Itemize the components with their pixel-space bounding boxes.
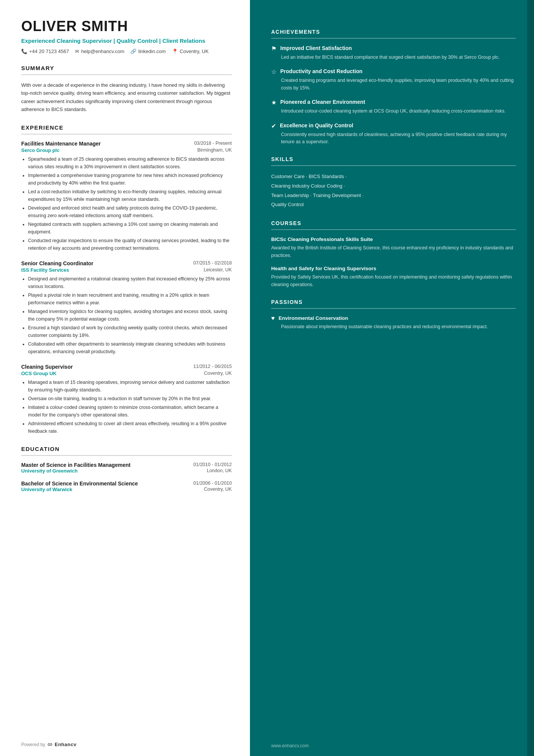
summary-title: SUMMARY [21,65,232,71]
edu-1-location: London, UK [207,468,232,474]
job-3-date: 11/2012 - 06/2015 [194,364,232,369]
phone-number: +44 20 7123 4567 [29,49,69,54]
bullet: Managed a team of 15 cleaning operatives… [28,379,232,394]
bullet: Collaborated with other departments to s… [28,340,232,355]
edu-1-uni: University of Greenwich [21,468,78,474]
email-icon: ✉ [75,49,79,54]
course-1: BICSc Cleaning Professionals Skills Suit… [271,236,516,259]
job-3-bullets: Managed a team of 15 cleaning operatives… [21,379,232,435]
link-icon: 🔗 [130,49,136,54]
job-1: Facilities Maintenance Manager 03/2018 -… [21,141,232,252]
job-1-title: Facilities Maintenance Manager [21,141,101,147]
experience-section: EXPERIENCE Facilities Maintenance Manage… [21,124,232,435]
job-3-company: OCS Group UK [21,371,56,376]
achievement-1-desc: Led an initiative for BICS standard comp… [271,54,516,61]
achievement-2: ☆ Productivity and Cost Reduction Create… [271,68,516,92]
achievement-3: ★ Pioneered a Cleaner Environment Introd… [271,99,516,115]
course-1-title: BICSc Cleaning Professionals Skills Suit… [271,236,516,243]
job-1-date: 03/2018 - Present [194,141,232,146]
job-2-date: 07/2015 - 02/2018 [194,260,232,266]
course-2-desc: Provided by Safety Services UK, this cer… [271,274,516,288]
edu-2-degree: Bachelor of Science in Environmental Sci… [21,481,138,487]
phone-icon: 📞 [21,49,27,54]
email-address: help@enhancv.com [81,49,124,54]
job-2-company: ISS Facility Services [21,267,69,273]
achievement-2-desc: Created training programs and leveraged … [271,77,516,92]
location-icon: 📍 [172,49,178,54]
job-3: Cleaning Supervisor 11/2012 - 06/2015 OC… [21,364,232,435]
bullet: Developed and enforced strict health and… [28,204,232,219]
skills-divider [271,165,516,166]
education-section: EDUCATION Master of Science in Facilitie… [21,446,232,492]
edu-1-degree: Master of Science in Facilities Manageme… [21,462,131,468]
website-url: www.enhancv.com [271,743,309,748]
passion-1-title: Environmental Conservation [279,315,348,321]
achievements-section: ACHIEVEMENTS ⚑ Improved Client Satisfact… [271,29,516,146]
skills-line-1: Customer Care · BICS Standards · [271,174,347,179]
brand-name: Enhancv [55,742,77,747]
bullet: Oversaw on-site training, leading to a r… [28,395,232,402]
job-3-location: Coventry, UK [204,371,232,376]
contact-phone: 📞 +44 20 7123 4567 [21,49,69,54]
experience-title: EXPERIENCE [21,124,232,131]
achievement-3-title: Pioneered a Cleaner Environment [280,99,365,106]
star-filled-icon: ★ [271,99,276,106]
checkmark-icon: ✔ [271,122,276,130]
summary-text: With over a decade of experience in the … [21,81,232,114]
flag-icon: ⚑ [271,45,276,52]
courses-section: COURSES BICSc Cleaning Professionals Ski… [271,220,516,288]
header: OLIVER SMITH Experienced Cleaning Superv… [21,18,232,54]
contact-info: 📞 +44 20 7123 4567 ✉ help@enhancv.com 🔗 … [21,49,232,54]
skills-title: SKILLS [271,156,516,162]
courses-title: COURSES [271,220,516,226]
course-1-desc: Awarded by the British Institute of Clea… [271,244,516,259]
bullet: Conducted regular inspections to ensure … [28,237,232,252]
bullet: Designed and implemented a rotational cl… [28,275,232,290]
bullet: Implemented a comprehensive training pro… [28,172,232,187]
passions-section: PASSIONS ♥ Environmental Conservation Pa… [271,299,516,330]
skills-line-3: Team Leadership · Training Development · [271,193,364,198]
bullet: Managed inventory logistics for cleaning… [28,308,232,323]
location-text: Coventry, UK [180,49,209,54]
education-divider [21,455,232,456]
education-title: EDUCATION [21,446,232,452]
passions-title: PASSIONS [271,299,516,305]
edu-1-date: 01/2010 - 01/2012 [194,462,232,468]
passion-1: ♥ Environmental Conservation Passionate … [271,315,516,330]
bullet: Initiated a colour-coded cleaning system… [28,404,232,419]
footer: Powered by ∞ Enhancv [21,740,77,748]
achievement-4-desc: Consistently ensured high standards of c… [271,131,516,146]
contact-linkedin: 🔗 linkedin.com [130,49,166,54]
bullet: Negotiated contracts with suppliers achi… [28,221,232,236]
achievement-1: ⚑ Improved Client Satisfaction Led an in… [271,45,516,61]
job-1-location: Birmingham, UK [197,147,232,153]
star-outline-icon: ☆ [271,68,276,75]
job-2-location: Leicester, UK [204,267,232,273]
skills-section: SKILLS Customer Care · BICS Standards · … [271,156,516,210]
course-2: Health and Safety for Cleaning Superviso… [271,265,516,288]
courses-divider [271,229,516,230]
edu-2: Bachelor of Science in Environmental Sci… [21,481,232,492]
bullet: Played a pivotal role in team recruitmen… [28,291,232,307]
achievement-4: ✔ Excellence in Quality Control Consiste… [271,122,516,146]
achievement-4-title: Excellence in Quality Control [280,122,353,129]
job-1-bullets: Spearheaded a team of 25 cleaning operat… [21,155,232,252]
contact-email: ✉ help@enhancv.com [75,49,124,54]
job-1-company: Serco Group plc [21,147,59,153]
edu-2-date: 01/2006 - 01/2010 [194,481,232,487]
candidate-subtitle: Experienced Cleaning Supervisor | Qualit… [21,37,232,45]
skills-line-4: Quality Control [271,202,304,207]
bullet: Led a cost-reduction initiative by switc… [28,188,232,203]
achievement-1-title: Improved Client Satisfaction [280,45,352,52]
linkedin-url: linkedin.com [138,49,166,54]
bullet: Administered efficient scheduling to cov… [28,420,232,435]
achievement-2-title: Productivity and Cost Reduction [280,68,362,75]
job-3-title: Cleaning Supervisor [21,364,73,370]
right-footer: www.enhancv.com [271,743,309,748]
achievement-3-desc: Introduced colour-coded cleaning system … [271,108,516,115]
contact-location: 📍 Coventry, UK [172,49,209,54]
edu-1: Master of Science in Facilities Manageme… [21,462,232,474]
skills-line-2: Cleaning Industry Colour Coding · [271,183,345,189]
summary-divider [21,74,232,75]
passion-1-desc: Passionate about implementing sustainabl… [271,323,516,330]
